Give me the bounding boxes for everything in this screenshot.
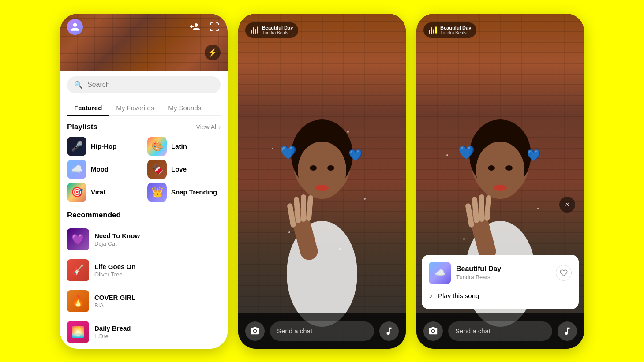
sparkle-3 xyxy=(288,231,290,233)
tab-featured[interactable]: Featured xyxy=(67,101,109,115)
chat-placeholder-3: Send a chat xyxy=(455,327,490,335)
playlist-snapttrend[interactable]: 👑 Snap Trending xyxy=(147,183,221,202)
music-artist-3: Tundra Beats xyxy=(440,30,471,35)
playlist-name-latin: Latin xyxy=(171,142,187,150)
playlist-name-hiphop: Hip-Hop xyxy=(91,142,116,150)
playlist-thumb-love: 🍫 xyxy=(147,160,167,179)
playlists-header: Playlists View All › xyxy=(67,123,221,131)
svg-point-5 xyxy=(310,165,317,171)
playlist-viral[interactable]: 🎯 Viral xyxy=(67,183,140,202)
music-note-button-3[interactable] xyxy=(558,321,577,341)
phone-search: ⚡ 🔍 Featured My Favorites My Sounds Play… xyxy=(60,14,228,349)
playlist-thumb-hiphop: 🎤 xyxy=(67,137,86,156)
song-card-title: Beautiful Day xyxy=(456,265,501,273)
sparkle-5 xyxy=(347,131,349,133)
music-title: Beautiful Day xyxy=(262,25,293,30)
song-daily-bread[interactable]: 🌅 Daily Bread L.Dre xyxy=(67,317,221,347)
camera-shutter-button[interactable] xyxy=(245,321,265,341)
song-artist-daily-bread: L.Dre xyxy=(94,333,221,340)
music-bars-icon xyxy=(251,26,258,34)
camera-shutter-button-3[interactable] xyxy=(423,321,443,341)
song-soft-spot[interactable]: 🌸 soft spot xyxy=(67,348,221,349)
song-artist-cover-girl: BIA xyxy=(94,302,221,309)
search-content: 🔍 Featured My Favorites My Sounds Playli… xyxy=(60,71,228,349)
sparkle-1 xyxy=(272,148,273,149)
music-badge-3[interactable]: Beautiful Day Tundra Beats xyxy=(423,22,476,38)
svg-rect-25 xyxy=(484,195,491,221)
playlist-hiphop[interactable]: 🎤 Hip-Hop xyxy=(67,137,140,156)
playlist-name-viral: Viral xyxy=(91,188,105,196)
song-thumb-daily-bread: 🌅 xyxy=(67,321,89,343)
svg-rect-24 xyxy=(479,194,484,222)
music-note-icon xyxy=(384,326,394,336)
svg-text:💙: 💙 xyxy=(458,145,475,160)
song-card-top: ☁️ Beautiful Day Tundra Beats xyxy=(429,262,572,284)
song-life-goes-on[interactable]: 🎸 Life Goes On Oliver Tree xyxy=(67,256,221,285)
add-friend-icon[interactable] xyxy=(189,21,201,33)
song-cover-girl[interactable]: 🔥 COVER GIRL BIA xyxy=(67,287,221,316)
sparkle-2 xyxy=(364,198,366,200)
song-info-life-goes-on: Life Goes On Oliver Tree xyxy=(94,263,221,278)
flash-badge[interactable]: ⚡ xyxy=(205,45,221,60)
song-card-thumb: ☁️ xyxy=(429,262,451,284)
play-song-text: Play this song xyxy=(438,292,479,299)
avatar[interactable] xyxy=(67,19,83,35)
camera-bg: Beautiful Day Tundra Beats xyxy=(238,14,406,349)
camera-bottom-bar: Send a chat xyxy=(238,313,406,349)
tab-my-favorites[interactable]: My Favorites xyxy=(109,101,161,115)
playlist-mood[interactable]: ☁️ Mood xyxy=(67,160,140,179)
svg-point-19 xyxy=(488,165,495,171)
music-bar-2 xyxy=(253,27,254,34)
chat-placeholder: Send a chat xyxy=(277,327,312,335)
playlists-grid: 🎤 Hip-Hop 🎨 Latin ☁️ Mood 🍫 Lo xyxy=(67,137,221,202)
playlist-love[interactable]: 🍫 Love xyxy=(147,160,221,179)
camera-bottom-bar-3: Send a chat xyxy=(416,313,584,349)
playlist-name-love: Love xyxy=(171,165,187,173)
song-info-need-to-know: Need To Know Doja Cat xyxy=(94,232,221,247)
avatar-icon xyxy=(70,22,80,32)
song-thumb-cover-girl: 🔥 xyxy=(67,290,89,312)
song-thumb-life-goes-on: 🎸 xyxy=(67,259,89,281)
music-text-3: Beautiful Day Tundra Beats xyxy=(440,25,471,35)
music-bar-1 xyxy=(251,30,252,34)
playlist-thumb-snapttrend: 👑 xyxy=(147,183,167,202)
search-input[interactable] xyxy=(87,81,213,89)
chat-input[interactable]: Send a chat xyxy=(270,321,374,341)
music-bars-icon-3 xyxy=(429,26,437,34)
song-artist-life-goes-on: Oliver Tree xyxy=(94,271,221,278)
svg-rect-10 xyxy=(301,194,306,222)
music-artist: Tundra Beats xyxy=(262,30,293,35)
recommended-header: Recommended xyxy=(67,211,221,220)
playlist-thumb-viral: 🎯 xyxy=(67,183,86,202)
song-need-to-know[interactable]: 💜 Need To Know Doja Cat xyxy=(67,225,221,254)
playlist-name-mood: Mood xyxy=(91,165,109,173)
music-note-button[interactable] xyxy=(379,321,399,341)
music-bar-3-4 xyxy=(435,26,437,34)
song-thumb-need-to-know: 💜 xyxy=(67,228,89,250)
search-bar[interactable]: 🔍 xyxy=(67,76,221,93)
song-card-popup: ☁️ Beautiful Day Tundra Beats ♪ Play thi… xyxy=(422,255,579,309)
music-bar-3-2 xyxy=(431,27,432,34)
song-title-life-goes-on: Life Goes On xyxy=(94,263,221,270)
playlist-thumb-mood: ☁️ xyxy=(67,160,86,179)
view-all-button[interactable]: View All › xyxy=(196,123,221,131)
scan-icon[interactable] xyxy=(208,21,221,33)
camera-icon-3 xyxy=(428,326,438,336)
svg-point-4 xyxy=(315,185,329,191)
close-song-button[interactable]: × xyxy=(559,197,575,213)
music-badge[interactable]: Beautiful Day Tundra Beats xyxy=(245,22,298,38)
svg-point-6 xyxy=(327,165,334,171)
play-song-row[interactable]: ♪ Play this song xyxy=(429,289,572,302)
svg-point-18 xyxy=(494,185,507,191)
tab-my-sounds[interactable]: My Sounds xyxy=(161,101,208,115)
music-title-3: Beautiful Day xyxy=(440,25,471,30)
chat-input-3[interactable]: Send a chat xyxy=(448,321,552,341)
topbar-icons xyxy=(189,21,221,33)
svg-point-20 xyxy=(505,165,513,171)
svg-text:💙: 💙 xyxy=(280,145,297,160)
camera-preview: ⚡ xyxy=(60,14,228,71)
favorite-button[interactable] xyxy=(556,265,572,281)
music-bar-3-1 xyxy=(429,30,430,34)
playlists-title: Playlists xyxy=(67,123,97,131)
playlist-latin[interactable]: 🎨 Latin xyxy=(147,137,221,156)
